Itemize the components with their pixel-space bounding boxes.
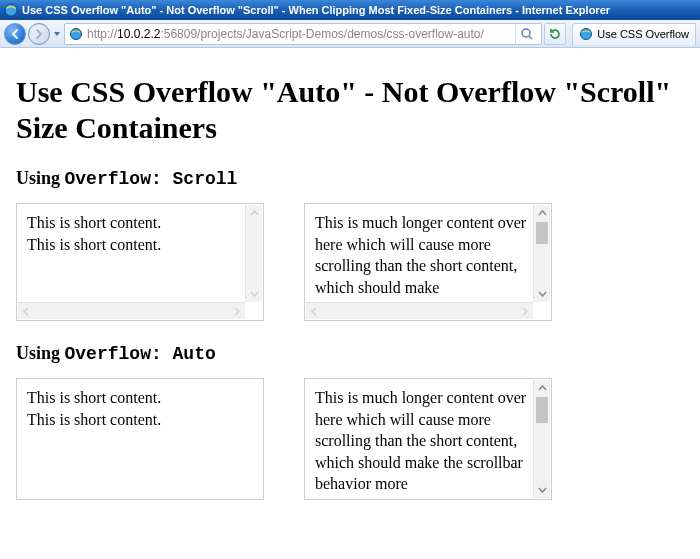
page-title-line2: Size Containers	[16, 111, 217, 144]
section-code: Overflow: Auto	[65, 344, 216, 364]
horizontal-scrollbar[interactable]	[306, 302, 533, 319]
box-auto-long: This is much longer content over here wh…	[304, 378, 552, 500]
vertical-scrollbar[interactable]	[245, 205, 262, 302]
page-icon	[69, 27, 83, 41]
box-content: This is much longer content over here wh…	[315, 387, 527, 491]
tab-label: Use CSS Overflow	[597, 29, 689, 40]
svg-point-0	[5, 4, 17, 16]
scroll-down-arrow-icon	[246, 285, 262, 302]
address-bar[interactable]: http://10.0.2.2:56809/projects/JavaScrip…	[64, 23, 542, 45]
section-code: Overflow: Scroll	[65, 169, 238, 189]
scroll-left-arrow-icon	[306, 303, 323, 320]
window-titlebar: Use CSS Overflow "Auto" - Not Overflow "…	[0, 0, 700, 20]
page-title-line1: Use CSS Overflow "Auto" - Not Overflow "…	[16, 75, 671, 108]
row-overflow-auto: This is short content. This is short con…	[16, 378, 684, 500]
nav-history-dropdown[interactable]	[52, 23, 62, 45]
scroll-up-arrow-icon[interactable]	[534, 380, 550, 397]
section-prefix: Using	[16, 168, 65, 188]
svg-point-4	[581, 29, 592, 40]
browser-tab[interactable]: Use CSS Overflow	[572, 23, 696, 45]
url-host: 10.0.2.2	[117, 27, 160, 41]
section-heading-auto: Using Overflow: Auto	[16, 343, 684, 364]
window-title: Use CSS Overflow "Auto" - Not Overflow "…	[22, 5, 610, 16]
address-url: http://10.0.2.2:56809/projects/JavaScrip…	[87, 27, 511, 41]
vertical-scrollbar[interactable]	[533, 380, 550, 498]
box-scroll-short: This is short content. This is short con…	[16, 203, 264, 321]
box-content: This is much longer content over here wh…	[315, 212, 527, 298]
row-overflow-scroll: This is short content. This is short con…	[16, 203, 684, 321]
tab-page-icon	[579, 27, 593, 41]
box-content: This is short content. This is short con…	[27, 387, 253, 491]
section-prefix: Using	[16, 343, 65, 363]
scroll-right-arrow-icon	[516, 303, 533, 320]
scroll-left-arrow-icon	[18, 303, 35, 320]
scroll-down-arrow-icon[interactable]	[534, 285, 550, 302]
scrollbar-rail	[246, 222, 262, 285]
scroll-up-arrow-icon	[246, 205, 262, 222]
scroll-right-arrow-icon	[228, 303, 245, 320]
url-scheme: http://	[87, 27, 117, 41]
back-button[interactable]	[4, 23, 26, 45]
scrollbar-rail[interactable]	[534, 222, 550, 285]
browser-toolbar: http://10.0.2.2:56809/projects/JavaScrip…	[0, 20, 700, 48]
scrollbar-thumb[interactable]	[536, 222, 548, 244]
page-body: Use CSS Overflow "Auto" - Not Overflow "…	[0, 48, 700, 512]
search-icon[interactable]	[515, 23, 537, 45]
page-title: Use CSS Overflow "Auto" - Not Overflow "…	[16, 74, 684, 146]
vertical-scrollbar[interactable]	[533, 205, 550, 302]
scrollbar-thumb[interactable]	[536, 397, 548, 423]
svg-line-3	[529, 36, 532, 39]
url-path: :56809/projects/JavaScript-Demos/demos/c…	[160, 27, 483, 41]
horizontal-scrollbar[interactable]	[18, 302, 245, 319]
svg-point-2	[522, 29, 530, 37]
section-heading-scroll: Using Overflow: Scroll	[16, 168, 684, 189]
scroll-up-arrow-icon[interactable]	[534, 205, 550, 222]
svg-point-1	[71, 28, 82, 39]
ie-logo-icon	[4, 3, 18, 17]
box-auto-short: This is short content. This is short con…	[16, 378, 264, 500]
box-scroll-long: This is much longer content over here wh…	[304, 203, 552, 321]
box-content: This is short content. This is short con…	[27, 212, 239, 298]
refresh-button[interactable]	[544, 23, 566, 45]
forward-button[interactable]	[28, 23, 50, 45]
scrollbar-rail[interactable]	[534, 397, 550, 481]
scroll-down-arrow-icon[interactable]	[534, 481, 550, 498]
